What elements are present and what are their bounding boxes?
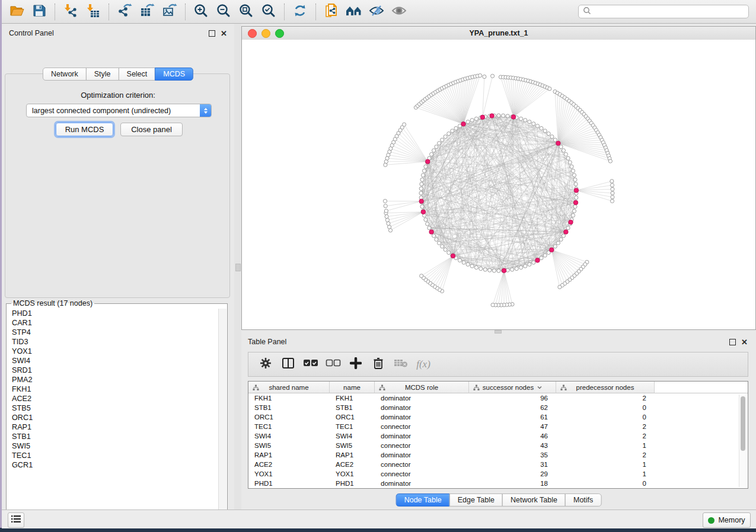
cytoscape-window: Control Panel ✕ NetworkStyleSelectMCDS O… xyxy=(2,0,756,528)
table-row[interactable]: STB1STB1dominator620 xyxy=(248,403,748,412)
import-network-icon xyxy=(63,3,78,21)
table-row[interactable]: RAP1RAP1dominator352 xyxy=(248,450,748,460)
delete-table-icon xyxy=(394,358,408,370)
open-file-button[interactable] xyxy=(5,2,28,21)
import-network-button[interactable] xyxy=(59,2,82,21)
mcds-result-item[interactable]: SRD1 xyxy=(12,366,219,375)
search-box[interactable] xyxy=(578,5,749,18)
mcds-result-item[interactable]: FKH1 xyxy=(12,384,219,394)
table-cell: 0 xyxy=(556,412,655,422)
table-row[interactable]: SWI4SWI4dominator462 xyxy=(248,431,748,441)
zoom-in-button[interactable] xyxy=(190,2,212,21)
vertical-splitter[interactable] xyxy=(234,24,241,509)
column-header-shared-name[interactable]: shared name xyxy=(248,382,330,393)
mcds-result-item[interactable]: STB5 xyxy=(12,403,219,413)
mcds-result-item[interactable]: SWI4 xyxy=(12,356,219,366)
close-panel-icon[interactable]: ✕ xyxy=(741,339,748,345)
column-header-predecessor-nodes[interactable]: predecessor nodes xyxy=(556,382,655,393)
column-header-successor-nodes[interactable]: successor nodes xyxy=(469,382,556,393)
network-window-title: YPA_prune.txt_1 xyxy=(242,29,755,37)
memory-button[interactable]: Memory xyxy=(703,512,751,528)
network-canvas[interactable] xyxy=(242,40,755,329)
save-session-button[interactable] xyxy=(28,2,50,21)
mcds-result-item[interactable]: PMA2 xyxy=(12,375,219,384)
column-header-MCDS-role[interactable]: MCDS role xyxy=(375,382,469,393)
node-table-header: shared namenameMCDS rolesuccessor nodesp… xyxy=(248,382,748,393)
mcds-result-list[interactable]: PHD1CAR1STP4TID3YOX1SWI4SRD1PMA2FKH1ACE2… xyxy=(7,309,219,518)
mcds-result-item[interactable]: ORC1 xyxy=(12,413,219,422)
optimization-criterion-dropdown[interactable]: largest connected component (undirected) xyxy=(26,104,212,117)
mcds-result-item[interactable]: CAR1 xyxy=(12,318,219,328)
table-cell: RAP1 xyxy=(330,450,375,460)
mcds-result-item[interactable]: SWI5 xyxy=(12,441,219,451)
close-panel-button[interactable]: Close panel xyxy=(120,123,183,136)
export-network-button[interactable] xyxy=(113,2,136,21)
control-panel-title: Control Panel xyxy=(9,29,54,37)
float-panel-icon[interactable] xyxy=(729,339,736,345)
run-mcds-button[interactable]: Run MCDS xyxy=(56,123,113,136)
control-panel: Control Panel ✕ NetworkStyleSelectMCDS O… xyxy=(2,24,234,509)
import-table-button[interactable] xyxy=(82,2,104,21)
mcds-result-item[interactable]: STB1 xyxy=(12,432,219,441)
table-cell: 0 xyxy=(556,479,655,488)
table-cell: dominator xyxy=(375,479,469,488)
show-graphics-details-button[interactable] xyxy=(388,2,410,21)
table-row[interactable]: YOX1YOX1connector291 xyxy=(248,469,748,479)
zoom-out-button[interactable] xyxy=(212,2,235,21)
export-table-button[interactable] xyxy=(136,2,158,21)
column-header-name[interactable]: name xyxy=(330,382,375,393)
tab-mcds[interactable]: MCDS xyxy=(155,68,193,81)
zoom-fit-button[interactable] xyxy=(235,2,257,21)
show-columns-button[interactable] xyxy=(278,355,298,374)
share-document-button[interactable] xyxy=(320,2,343,21)
mcds-result-item[interactable]: GCR1 xyxy=(12,460,219,470)
task-history-button[interactable] xyxy=(8,512,24,528)
function-builder-button[interactable]: f(x) xyxy=(413,355,433,374)
gear-icon xyxy=(259,357,272,372)
tab-network-table[interactable]: Network Table xyxy=(502,493,566,507)
export-image-button[interactable] xyxy=(158,2,181,21)
create-column-button[interactable] xyxy=(346,355,366,374)
delete-table-button[interactable] xyxy=(391,355,411,374)
float-panel-icon[interactable] xyxy=(209,30,215,37)
tab-style[interactable]: Style xyxy=(86,68,119,81)
deselect-all-button[interactable] xyxy=(323,355,343,374)
tab-node-table[interactable]: Node Table xyxy=(396,493,450,507)
table-cell: 46 xyxy=(469,431,556,441)
table-row[interactable]: ACE2ACE2connector311 xyxy=(248,460,748,469)
mcds-result-item[interactable]: PHD1 xyxy=(12,309,219,318)
table-row[interactable]: ORC1ORC1dominator610 xyxy=(248,412,748,422)
node-table: shared namenameMCDS rolesuccessor nodesp… xyxy=(248,381,748,489)
hide-panels-button[interactable] xyxy=(343,2,365,21)
table-row[interactable]: SWI5SWI5connector431 xyxy=(248,441,748,450)
delete-column-button[interactable] xyxy=(368,355,388,374)
table-row[interactable]: PHD1PHD1dominator180 xyxy=(248,479,748,488)
close-panel-icon[interactable]: ✕ xyxy=(221,31,227,36)
table-row[interactable]: TEC1TEC1connector472 xyxy=(248,422,748,431)
tab-motifs[interactable]: Motifs xyxy=(565,493,601,507)
table-settings-button[interactable] xyxy=(256,355,276,374)
mcds-result-item[interactable]: ACE2 xyxy=(12,394,219,403)
mcds-result-scrollbar[interactable] xyxy=(218,309,227,518)
hide-graphics-details-button[interactable] xyxy=(365,2,388,21)
mcds-result-item[interactable]: TID3 xyxy=(12,337,219,347)
memory-label: Memory xyxy=(718,516,745,524)
zoom-selected-button[interactable] xyxy=(257,2,280,21)
mcds-result-item[interactable]: YOX1 xyxy=(12,347,219,356)
table-cell: 2 xyxy=(556,422,655,431)
table-cell: TEC1 xyxy=(330,422,375,431)
search-input[interactable] xyxy=(592,7,748,17)
table-scrollbar[interactable] xyxy=(739,395,747,487)
table-scrollbar-thumb[interactable] xyxy=(741,396,745,451)
table-row[interactable]: FKH1FKH1dominator962 xyxy=(248,393,748,403)
tab-edge-table[interactable]: Edge Table xyxy=(449,493,503,507)
network-window-titlebar[interactable]: YPA_prune.txt_1 xyxy=(242,27,755,40)
tab-select[interactable]: Select xyxy=(119,68,156,81)
splitter-grip-icon[interactable] xyxy=(235,264,241,271)
refresh-view-button[interactable] xyxy=(289,2,311,21)
mcds-result-item[interactable]: RAP1 xyxy=(12,422,219,432)
mcds-result-item[interactable]: STP4 xyxy=(12,328,219,337)
mcds-result-item[interactable]: TEC1 xyxy=(12,451,219,460)
select-all-button[interactable] xyxy=(301,355,321,374)
tab-network[interactable]: Network xyxy=(43,68,87,81)
